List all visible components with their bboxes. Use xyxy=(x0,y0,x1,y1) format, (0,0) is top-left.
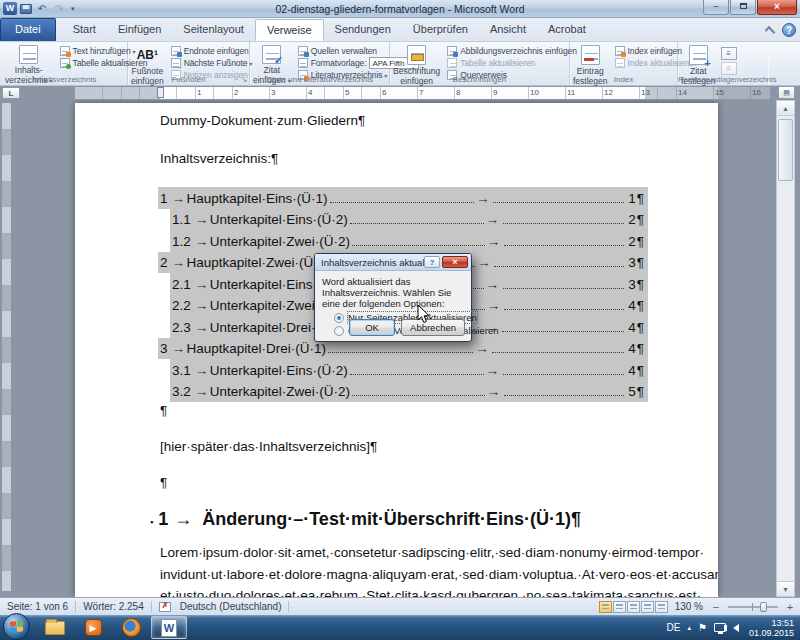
scrollbar-thumb[interactable] xyxy=(778,119,793,181)
empty-paragraph-mark[interactable]: ¶ xyxy=(160,475,167,490)
dialog-title-bar[interactable]: Inhaltsverzeichnis aktualisieren ? × xyxy=(315,254,471,271)
toc-row[interactable]: 3.1→Unterkapitel·Eins·(Ü·2)→4¶ xyxy=(170,359,648,381)
zoom-level[interactable]: 130 % xyxy=(672,601,706,612)
tab-sendungen[interactable]: Sendungen xyxy=(324,19,402,41)
insert-figures-toc-button[interactable]: Abbildungsverzeichnis einfügen xyxy=(447,46,577,56)
language-indicator[interactable]: Deutsch (Deutschland) xyxy=(173,601,289,612)
document-page[interactable]: Dummy-Dokument·zum·Gliedern¶ Inhaltsverz… xyxy=(75,103,718,597)
vertical-ruler[interactable] xyxy=(1,102,12,592)
toc-row[interactable]: 1→Hauptkapitel·Eins·(Ü·1)→1¶ xyxy=(158,187,648,209)
dialog-close-button[interactable]: × xyxy=(442,256,468,268)
zoom-in-button[interactable]: + xyxy=(784,601,796,613)
tab-einfuegen[interactable]: Einfügen xyxy=(107,19,172,41)
language-tray-indicator[interactable]: DE xyxy=(667,622,681,633)
tab-ansicht[interactable]: Ansicht xyxy=(479,19,537,41)
horizontal-ruler[interactable]: 12345678910111213141516 xyxy=(75,87,770,99)
toc-row[interactable]: 3.2→Unterkapitel·Zwei·(Ü·2)→5¶ xyxy=(170,381,648,403)
tab-mark-icon: → xyxy=(487,384,502,399)
tab-mark-icon: → xyxy=(487,234,502,249)
divider xyxy=(288,601,289,613)
volume-icon[interactable] xyxy=(733,624,739,632)
mouse-cursor xyxy=(417,305,430,325)
dot-leader xyxy=(503,223,625,224)
indent-marker[interactable] xyxy=(157,87,164,98)
ruler-number: 2 xyxy=(234,88,238,97)
taskbar-explorer-button[interactable] xyxy=(37,616,73,639)
radio-unselected-icon[interactable] xyxy=(334,326,344,336)
tab-seitenlayout[interactable]: Seitenlayout xyxy=(172,19,255,41)
ruler-number: 1 xyxy=(197,88,201,97)
page-indicator[interactable]: Seite: 1 von 6 xyxy=(0,601,75,612)
toc-icon xyxy=(19,45,38,64)
collapse-ribbon-icon[interactable] xyxy=(765,26,776,37)
help-button[interactable]: ? xyxy=(782,23,796,37)
toc-heading-line[interactable]: Inhaltsverzeichnis:¶ xyxy=(160,151,278,166)
taskbar-firefox-button[interactable] xyxy=(113,616,149,639)
ruler-number: 8 xyxy=(456,88,460,97)
mark-entry-icon xyxy=(581,45,600,65)
taskbar-word-button[interactable]: W xyxy=(151,616,187,639)
view-draft-button[interactable] xyxy=(655,601,668,613)
view-print-layout-button[interactable] xyxy=(599,601,612,613)
view-outline-button[interactable] xyxy=(641,601,654,613)
pilcrow-mark: ¶ xyxy=(637,341,644,356)
heading-1[interactable]: ▪ 1 → Änderung·–·Test·mit·Überschrift·Ei… xyxy=(150,509,581,530)
ruler-number: 5 xyxy=(345,88,349,97)
tab-verweise[interactable]: Verweise xyxy=(255,19,324,41)
ok-button[interactable]: OK xyxy=(349,319,395,336)
tab-start[interactable]: Start xyxy=(62,19,107,41)
zoom-out-button[interactable]: − xyxy=(710,601,722,613)
close-button[interactable]: × xyxy=(757,0,797,15)
body-paragraph[interactable]: Lorem·ipsum·dolor·sit·amet,·consetetur·s… xyxy=(160,545,718,597)
pilcrow-mark: ¶ xyxy=(637,255,644,270)
view-fullscreen-reading-button[interactable] xyxy=(613,601,626,613)
tab-stop-selector[interactable]: L xyxy=(2,87,20,99)
pilcrow-mark: ¶ xyxy=(637,277,644,292)
footnotes-dialog-launcher[interactable]: ↘ xyxy=(241,76,247,84)
scroll-down-button[interactable]: ▼ xyxy=(777,581,794,596)
placeholder-line[interactable]: [hier·später·das·Inhaltsverzeichnis]¶ xyxy=(160,439,377,454)
vertical-scrollbar[interactable]: ▲ ▼ xyxy=(776,100,795,597)
tab-ueberpruefen[interactable]: Überprüfen xyxy=(402,19,479,41)
title-bar[interactable]: W ↶ ↷ ▾ 02-dienstag-gliedern-formatvorla… xyxy=(0,0,800,18)
maximize-button[interactable] xyxy=(730,0,756,15)
radio-selected-icon[interactable] xyxy=(334,313,344,323)
mark-citation-icon xyxy=(689,45,708,65)
group-beschriftungen: Beschriftung einfügen Abbildungsverzeich… xyxy=(390,42,570,85)
ruler-number: 13 xyxy=(641,88,650,97)
action-center-flag-icon[interactable]: ⚑ xyxy=(698,622,707,633)
cancel-button[interactable]: Abbrechen xyxy=(401,319,465,336)
zoom-slider[interactable] xyxy=(728,606,778,608)
taskbar-mediaplayer-button[interactable]: ▶ xyxy=(75,616,111,639)
start-button[interactable] xyxy=(3,613,30,640)
divider xyxy=(151,601,152,613)
minimize-button[interactable]: – xyxy=(703,0,729,15)
empty-paragraph-mark[interactable]: ¶ xyxy=(160,403,167,418)
dialog-help-button[interactable]: ? xyxy=(424,256,440,268)
insert-endnote-button[interactable]: Endnote einfügen xyxy=(171,46,253,56)
ribbon-tab-bar: Datei Start Einfügen Seitenlayout Verwei… xyxy=(0,18,800,42)
tab-mark-icon: → xyxy=(195,384,210,399)
clock[interactable]: 13:51 01.09.2015 xyxy=(746,618,794,638)
toc-row[interactable]: 1.2→Unterkapitel·Zwei·(Ü·2)→2¶ xyxy=(170,230,648,252)
tab-acrobat[interactable]: Acrobat xyxy=(537,19,597,41)
ruler-toggle-button[interactable]: ▤ xyxy=(778,86,795,99)
zoom-slider-thumb[interactable] xyxy=(760,602,767,612)
proofing-status-icon[interactable] xyxy=(159,602,171,612)
tab-datei[interactable]: Datei xyxy=(0,18,56,41)
manage-sources-icon xyxy=(298,46,308,56)
word-count[interactable]: Wörter: 2.254 xyxy=(76,601,151,612)
document-workspace: Dummy-Dokument·zum·Gliedern¶ Inhaltsverz… xyxy=(0,100,800,597)
update-index-icon xyxy=(615,58,625,68)
scroll-up-button[interactable]: ▲ xyxy=(777,101,794,116)
pilcrow-mark: ¶ xyxy=(637,320,644,335)
toc-row[interactable]: 1.1→Unterkapitel·Eins·(Ü·2)→2¶ xyxy=(170,209,648,231)
doc-title-line[interactable]: Dummy-Dokument·zum·Gliedern¶ xyxy=(160,113,365,128)
ruler-number: 3 xyxy=(271,88,275,97)
next-footnote-button[interactable]: Nächste Fußnote ▾ xyxy=(171,58,253,68)
insert-table-of-authorities-button[interactable]: ≡ xyxy=(721,47,737,60)
maximize-icon xyxy=(740,3,747,9)
show-hidden-icons-button[interactable]: ▴ xyxy=(687,624,691,632)
group-label-inhaltsverzeichnis: Inhaltsverzeichnis xyxy=(2,75,127,84)
view-web-layout-button[interactable] xyxy=(627,601,640,613)
